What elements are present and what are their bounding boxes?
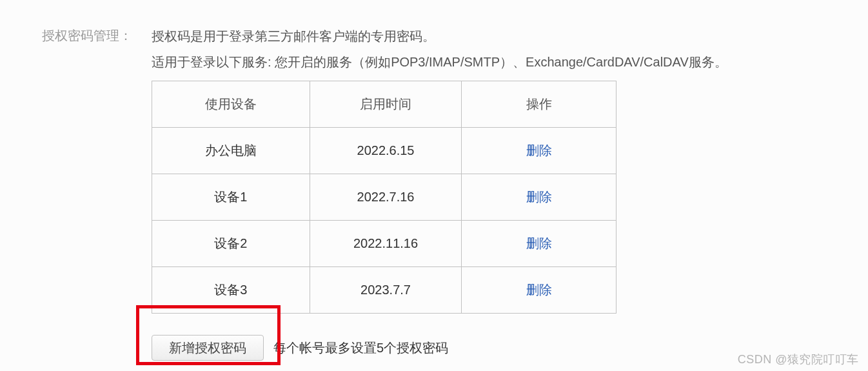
delete-link[interactable]: 删除	[526, 143, 552, 157]
header-action: 操作	[462, 81, 616, 128]
intro-line-1: 授权码是用于登录第三方邮件客户端的专用密码。	[152, 27, 727, 45]
auth-code-table: 使用设备 启用时间 操作 办公电脑 2022.6.15 删除 设备1 2022.…	[152, 81, 616, 314]
table-header-row: 使用设备 启用时间 操作	[152, 81, 616, 128]
cell-device: 设备3	[152, 267, 310, 314]
cell-time: 2022.6.15	[310, 128, 462, 174]
cell-device: 办公电脑	[152, 128, 310, 174]
cell-device: 设备1	[152, 174, 310, 221]
cell-action: 删除	[462, 221, 616, 267]
cell-action: 删除	[462, 267, 616, 314]
delete-link[interactable]: 删除	[526, 236, 552, 250]
cell-time: 2023.7.7	[310, 267, 462, 314]
cell-device: 设备2	[152, 221, 310, 267]
header-device: 使用设备	[152, 81, 310, 128]
cell-action: 删除	[462, 174, 616, 221]
add-auth-code-button[interactable]: 新增授权密码	[152, 335, 264, 361]
delete-link[interactable]: 删除	[526, 190, 552, 204]
section-label: 授权密码管理：	[42, 27, 148, 45]
cell-time: 2022.7.16	[310, 174, 462, 221]
table-row: 设备1 2022.7.16 删除	[152, 174, 616, 221]
table-row: 设备2 2022.11.16 删除	[152, 221, 616, 267]
cell-action: 删除	[462, 128, 616, 174]
table-row: 设备3 2023.7.7 删除	[152, 267, 616, 314]
intro-line-2: 适用于登录以下服务: 您开启的服务（例如POP3/IMAP/SMTP）、Exch…	[152, 53, 727, 71]
header-time: 启用时间	[310, 81, 462, 128]
watermark-text: CSDN @猿究院叮叮车	[738, 352, 859, 367]
delete-link[interactable]: 删除	[526, 283, 552, 297]
limit-text: 每个帐号最多设置5个授权密码	[273, 339, 448, 357]
table-row: 办公电脑 2022.6.15 删除	[152, 128, 616, 174]
cell-time: 2022.11.16	[310, 221, 462, 267]
